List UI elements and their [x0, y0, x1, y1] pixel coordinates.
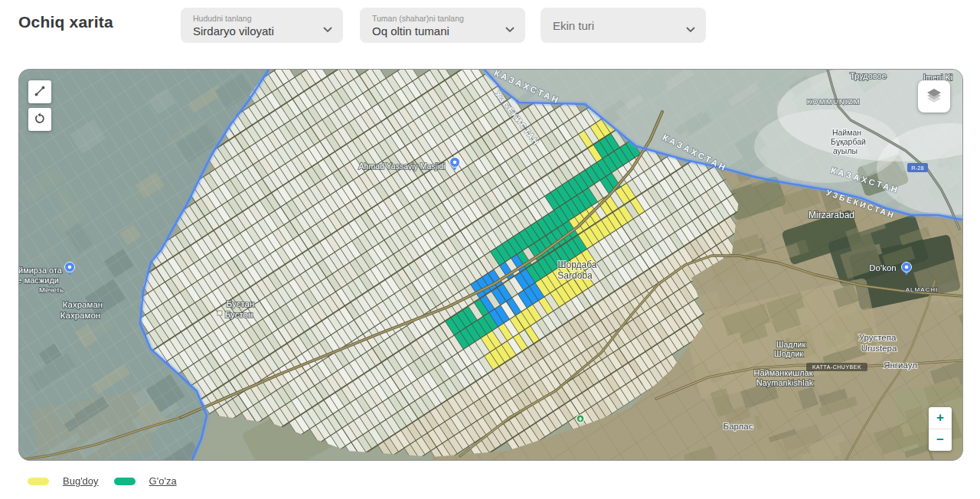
- layers-button[interactable]: [918, 80, 950, 113]
- svg-text:ймирза ота: ймирза ота: [19, 266, 63, 275]
- region-select-value: Sirdaryo viloyati: [193, 24, 315, 38]
- svg-text:ALMACHI: ALMACHI: [906, 286, 939, 293]
- svg-text:Urustepa: Urustepa: [861, 344, 897, 353]
- svg-text:ауылы: ауылы: [833, 146, 858, 155]
- chevron-down-icon: [323, 22, 332, 36]
- svg-text:Кахрамон: Кахрамон: [60, 311, 100, 320]
- svg-text:Mirzarabad: Mirzarabad: [808, 210, 854, 220]
- svg-text:Бұқарбай: Бұқарбай: [831, 137, 866, 146]
- legend-swatch-goza: [114, 478, 136, 485]
- svg-text:Шадлик: Шадлик: [776, 340, 806, 349]
- legend-swatch-bugdoy: [28, 478, 49, 485]
- svg-text:Ahmad Yassaviy Masjidi: Ahmad Yassaviy Masjidi: [359, 161, 446, 171]
- svg-text:е масжиди: е масжиди: [19, 276, 59, 285]
- measure-tool-button[interactable]: [28, 80, 51, 103]
- map-container[interactable]: R-28KATTA-CHUYBEKКАЗАХСТАНКАЗАХСТАНКАЗАХ…: [18, 69, 963, 461]
- svg-text:Янгиаул: Янгиаул: [884, 360, 917, 370]
- svg-text:Урустепа: Урустепа: [859, 333, 897, 342]
- svg-text:Naymankishlak: Naymankishlak: [756, 378, 814, 387]
- district-select-value: Oq oltin tumani: [372, 24, 498, 38]
- zoom-out-button[interactable]: −: [929, 429, 952, 451]
- svg-text:Sardoba: Sardoba: [557, 270, 593, 281]
- svg-text:KOMMUNIZM: KOMMUNIZM: [807, 98, 861, 106]
- district-select-label: Tuman (shahar)ni tanlang: [372, 13, 498, 24]
- crop-type-select[interactable]: Ekin turi: [541, 8, 706, 43]
- svg-text:Найманкишлак: Найманкишлак: [753, 368, 812, 377]
- page: Ochiq xarita Hududni tanlang Sirdaryo vi…: [0, 0, 980, 499]
- svg-text:Шодлик: Шодлик: [774, 349, 803, 358]
- legend-link-bugdoy[interactable]: Bug'doy: [63, 475, 99, 487]
- page-title: Ochiq xarita: [18, 13, 113, 31]
- measure-icon: [34, 85, 46, 99]
- svg-text:Do'kon: Do'kon: [869, 263, 896, 272]
- svg-text:Бустон: Бустон: [225, 310, 253, 319]
- legend: Bug'doy G'o'za: [28, 475, 192, 487]
- svg-text:KATTA-CHUYBEK: KATTA-CHUYBEK: [812, 364, 861, 370]
- reset-view-button[interactable]: [28, 108, 51, 131]
- legend-link-goza[interactable]: G'o'za: [149, 475, 177, 487]
- svg-text:Барлас: Барлас: [724, 422, 753, 431]
- svg-text:Бустан: Бустан: [227, 299, 255, 308]
- rotate-reset-icon: [34, 113, 46, 127]
- building[interactable]: [217, 311, 222, 315]
- chevron-down-icon: [686, 22, 695, 36]
- legend-item-bugdoy: Bug'doy: [28, 475, 99, 487]
- svg-text:Трудовое: Трудовое: [850, 71, 887, 80]
- park-dot[interactable]: [577, 415, 584, 422]
- map-canvas[interactable]: R-28KATTA-CHUYBEKКАЗАХСТАНКАЗАХСТАНКАЗАХ…: [19, 70, 962, 460]
- svg-text:Найман: Найман: [832, 128, 861, 137]
- svg-text:Шордаба: Шордаба: [557, 259, 596, 270]
- svg-text:R-28: R-28: [911, 165, 923, 171]
- legend-item-goza: G'o'za: [114, 475, 177, 487]
- zoom-controls: + −: [929, 407, 952, 451]
- chevron-down-icon: [505, 22, 514, 36]
- svg-text:Кахраман: Кахраман: [63, 300, 103, 309]
- layers-icon: [924, 86, 944, 108]
- svg-text:Мечеть: Мечеть: [39, 285, 64, 294]
- zoom-in-button[interactable]: +: [929, 407, 952, 429]
- crop-type-select-placeholder: Ekin turi: [553, 18, 594, 33]
- region-select-label: Hududni tanlang: [193, 13, 315, 24]
- region-select[interactable]: Hududni tanlang Sirdaryo viloyati: [181, 8, 343, 43]
- district-select[interactable]: Tuman (shahar)ni tanlang Oq oltin tumani: [360, 8, 525, 43]
